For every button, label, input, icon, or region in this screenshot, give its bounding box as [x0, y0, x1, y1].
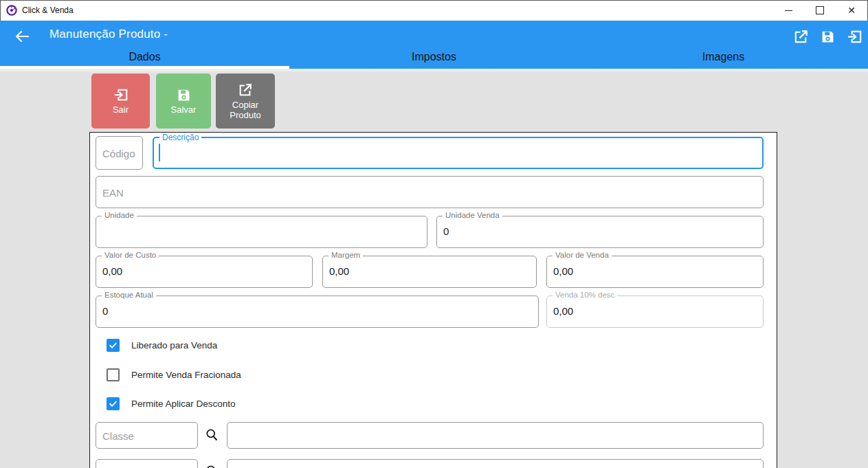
marca-descricao-field[interactable]	[227, 459, 764, 468]
close-icon: ✕	[847, 5, 856, 15]
checkbox-label: Permite Venda Fracionada	[131, 370, 241, 380]
minimize-button[interactable]	[772, 0, 804, 21]
unidade-venda-label: Unidade Venda	[443, 211, 502, 219]
checkbox-liberado-para-venda[interactable]: Liberado para Venda	[107, 339, 217, 352]
exit-shortcut-button[interactable]	[846, 28, 863, 45]
marca-search-icon[interactable]	[205, 465, 219, 468]
tab-imagens[interactable]: Imagens	[579, 51, 868, 66]
estoque-atual-field[interactable]: Estoque Atual 0	[96, 296, 539, 328]
back-button[interactable]	[12, 27, 32, 46]
checkbox-label: Liberado para Venda	[131, 340, 217, 350]
unidade-venda-value: 0	[443, 225, 449, 237]
estoque-atual-value: 0	[102, 305, 108, 317]
classe-search-icon[interactable]	[205, 428, 219, 443]
valor-venda-field[interactable]: Valor de Venda 0,00	[546, 256, 764, 288]
venda-10-desc-field: Venda 10% desc 0,00	[546, 296, 764, 328]
unidade-venda-field[interactable]: Unidade Venda 0	[436, 216, 764, 248]
ean-placeholder: EAN	[102, 186, 124, 198]
margem-value: 0,00	[329, 265, 349, 277]
window-title: Click & Venda	[22, 0, 74, 21]
open-external-icon	[238, 82, 253, 98]
sign-out-icon	[847, 29, 863, 45]
brand-spiral-icon	[6, 5, 17, 16]
ean-field[interactable]: EAN	[96, 176, 764, 208]
back-arrow-icon	[14, 28, 30, 45]
maximize-button[interactable]	[804, 0, 836, 21]
app-window: Click & Venda ✕ Manutenção Produto -	[0, 0, 868, 468]
estoque-atual-label: Estoque Atual	[102, 291, 156, 299]
checkbox-permite-aplicar-desconto[interactable]: Permite Aplicar Desconto	[107, 397, 236, 410]
codigo-placeholder: Código	[102, 147, 135, 159]
appbar: Manutenção Produto - Dados I	[0, 21, 868, 69]
floppy-disk-icon	[177, 88, 191, 102]
valor-venda-value: 0,00	[553, 265, 573, 277]
margem-label: Margem	[329, 251, 363, 259]
classe-field[interactable]: Classe	[96, 422, 198, 449]
classe-placeholder: Classe	[102, 430, 134, 441]
codigo-field[interactable]: Código	[96, 136, 143, 170]
sign-out-icon	[113, 87, 129, 102]
close-button[interactable]: ✕	[836, 0, 867, 21]
text-caret	[159, 144, 160, 161]
save-shortcut-button[interactable]	[819, 28, 836, 45]
checkbox-permite-venda-fracionada[interactable]: Permite Venda Fracionada	[107, 368, 241, 381]
classe-descricao-field[interactable]	[227, 422, 764, 449]
exit-button-label: Sair	[113, 104, 129, 115]
margem-field[interactable]: Margem 0,00	[322, 256, 537, 288]
copy-product-shortcut-button[interactable]	[792, 28, 809, 45]
window-titlebar: Click & Venda ✕	[0, 0, 868, 21]
valor-custo-label: Valor de Custo	[102, 251, 159, 259]
valor-venda-label: Valor de Venda	[553, 251, 612, 259]
valor-custo-value: 0,00	[102, 265, 122, 277]
unidade-field[interactable]: Unidade	[96, 216, 427, 248]
copy-product-button-label: Copiar Produto	[225, 100, 266, 120]
minimize-icon	[785, 10, 792, 11]
checkbox-icon	[107, 397, 120, 410]
open-external-icon	[793, 29, 809, 45]
checkbox-label: Permite Aplicar Desconto	[131, 399, 236, 409]
floppy-disk-icon	[821, 30, 835, 44]
content-area: Sair Salvar Copiar Produto Código	[0, 69, 868, 468]
valor-custo-field[interactable]: Valor de Custo 0,00	[96, 256, 313, 288]
descricao-field[interactable]: Descrição	[153, 137, 764, 169]
checkbox-icon	[107, 339, 120, 352]
exit-button[interactable]: Sair	[91, 74, 150, 129]
marca-field[interactable]: Marca	[96, 459, 198, 468]
page-title: Manutenção Produto -	[49, 27, 168, 41]
maximize-icon	[816, 6, 824, 14]
checkbox-icon	[107, 368, 120, 381]
descricao-label: Descrição	[159, 133, 201, 142]
venda-10-desc-value: 0,00	[553, 305, 573, 317]
tab-impostos[interactable]: Impostos	[289, 51, 579, 66]
save-button[interactable]: Salvar	[156, 74, 211, 129]
save-button-label: Salvar	[171, 104, 197, 115]
copy-product-button[interactable]: Copiar Produto	[216, 74, 275, 129]
tab-dados[interactable]: Dados	[0, 51, 289, 66]
unidade-label: Unidade	[102, 211, 137, 219]
venda-10-desc-label: Venda 10% desc	[553, 291, 617, 299]
